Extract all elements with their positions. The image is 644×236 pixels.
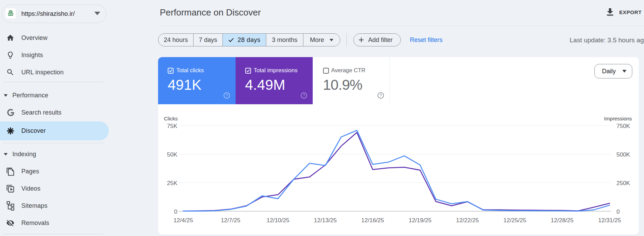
svg-text:?: ? bbox=[303, 93, 305, 98]
svg-text:?: ? bbox=[226, 93, 228, 98]
svg-text:?: ? bbox=[380, 93, 382, 98]
